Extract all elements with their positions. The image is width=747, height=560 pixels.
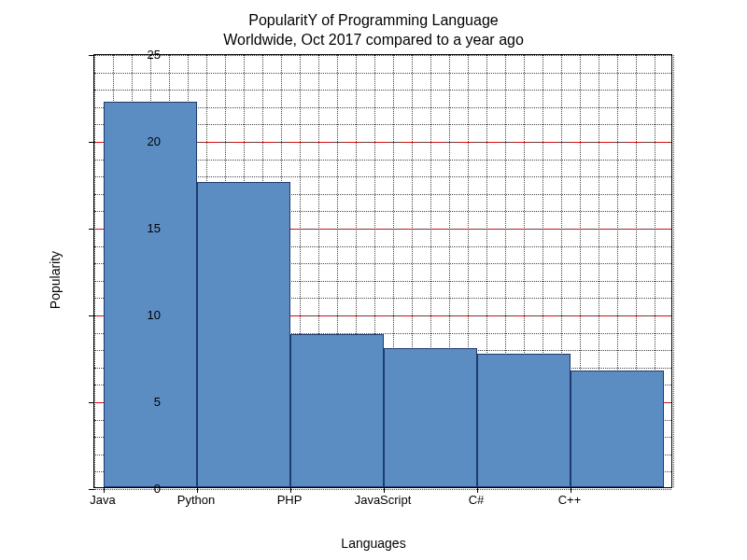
x-tick-label: PHP — [277, 493, 303, 507]
x-tick-label: Python — [177, 493, 215, 507]
plot-area — [93, 54, 672, 488]
x-tick-label: JavaScript — [355, 493, 412, 507]
bars-group — [94, 55, 671, 487]
x-axis-label: Languages — [0, 536, 747, 551]
y-tick — [89, 142, 94, 143]
x-tick-label: Java — [90, 493, 115, 507]
y-tick — [89, 229, 94, 230]
y-tick-label: 5 — [123, 395, 161, 409]
y-tick-label: 15 — [123, 221, 161, 235]
y-tick — [89, 55, 94, 56]
y-tick — [89, 402, 94, 403]
y-tick — [89, 489, 94, 490]
y-tick-label: 10 — [123, 308, 161, 322]
bar-python — [197, 182, 290, 487]
bar-c — [477, 354, 571, 487]
y-tick-label: 20 — [123, 134, 161, 148]
chart-title: PopularitY of Programming Language World… — [0, 11, 747, 50]
y-tick-label: 0 — [123, 482, 161, 496]
x-tick-label: C++ — [558, 493, 582, 507]
bar-javascript — [384, 348, 477, 487]
bar-c — [571, 371, 664, 487]
x-tick-label: C# — [469, 493, 485, 507]
y-axis-label: Popularity — [48, 251, 63, 309]
chart-area — [93, 54, 672, 488]
bar-java — [104, 102, 197, 487]
minor-gridline-v — [673, 55, 674, 487]
y-tick-label: 25 — [123, 48, 161, 62]
y-tick — [89, 315, 94, 316]
title-line-1: PopularitY of Programming Language — [248, 12, 498, 28]
title-line-2: Worldwide, Oct 2017 compared to a year a… — [223, 32, 524, 48]
minor-gridline-h — [94, 489, 671, 490]
bar-php — [290, 334, 384, 487]
